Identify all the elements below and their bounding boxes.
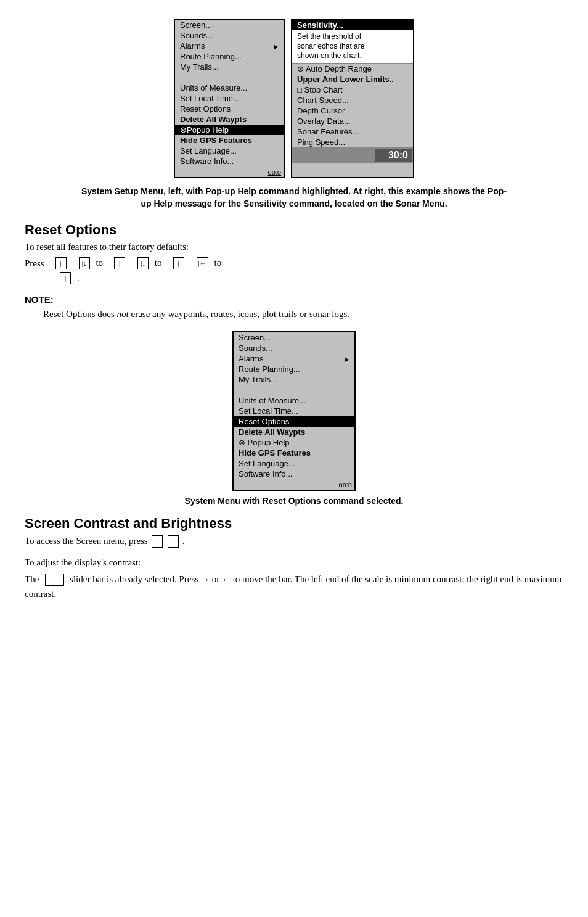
press-line-2: | . bbox=[25, 272, 563, 284]
key-down-to-1: |↓ to bbox=[78, 257, 103, 269]
key-pipe-3: | bbox=[173, 257, 184, 269]
reset-intro: To reset all features to their factory d… bbox=[25, 242, 563, 252]
access-text: To access the Screen menu, press bbox=[25, 536, 148, 546]
menu-item-units[interactable]: Units of Measure... bbox=[175, 83, 284, 93]
sonar-limits[interactable]: Upper And Lower Limits.. bbox=[292, 74, 413, 84]
menu-item-hide-gps[interactable]: Hide GPS Features bbox=[175, 135, 284, 146]
right-sonar-menu: Sensitivity... Set the threshold ofsonar… bbox=[291, 19, 414, 178]
sonar-features[interactable]: Sonar Features... bbox=[292, 126, 413, 137]
menu-item-reset[interactable]: Reset Options bbox=[175, 104, 284, 114]
right-arrow-sym: → bbox=[201, 575, 210, 584]
sonar-overlay[interactable]: Overlay Data... bbox=[292, 116, 413, 126]
access-key-pipe-2: | bbox=[168, 535, 179, 548]
slider-description: The slider bar is already selected. Pres… bbox=[25, 572, 563, 601]
menu-item-route[interactable]: Route Planning... bbox=[175, 51, 284, 62]
key-left-to: |← to bbox=[195, 257, 222, 269]
key-down-1: |↓ bbox=[79, 257, 90, 269]
left-arrow-sym: ← bbox=[222, 575, 231, 584]
key-pipe-1: | bbox=[55, 257, 67, 269]
top-caption-text: System Setup Menu, left, with Pop-up Hel… bbox=[81, 186, 507, 208]
second-system-menu: Screen... Sounds... Alarms Route Plannin… bbox=[232, 331, 356, 491]
menu-item-sounds[interactable]: Sounds... bbox=[175, 30, 284, 41]
key-pipe-extra: | bbox=[60, 272, 71, 284]
menu-item-popup-help[interactable]: ⊗Popup Help bbox=[175, 125, 284, 135]
to-label-1: to bbox=[96, 258, 103, 268]
key-down-to-2: |↓ to bbox=[136, 257, 161, 269]
menu-item-language[interactable]: Set Language... bbox=[175, 146, 284, 156]
sonar-chart-speed[interactable]: Chart Speed... bbox=[292, 95, 413, 105]
menu2-localtime[interactable]: Set Local Time... bbox=[234, 406, 354, 416]
sonar-description: Set the threshold ofsonar echos that are… bbox=[292, 30, 413, 64]
menu-item-delete[interactable]: Delete All Waypts bbox=[175, 114, 284, 125]
key-pipe-2: | bbox=[114, 257, 125, 269]
second-menu-caption: System Menu with Reset Options command s… bbox=[25, 496, 563, 506]
menu2-language[interactable]: Set Language... bbox=[234, 458, 354, 469]
top-menus-section: Screen... Sounds... Alarms Route Plannin… bbox=[25, 19, 563, 178]
menu2-delete[interactable]: Delete All Waypts bbox=[234, 427, 354, 437]
menu-item-localtime[interactable]: Set Local Time... bbox=[175, 93, 284, 104]
to-label-2: to bbox=[155, 258, 162, 268]
menu-footer-left: oo:o bbox=[268, 168, 281, 176]
sonar-auto-depth[interactable]: ⊗ Auto Depth Range bbox=[292, 64, 413, 74]
menu-item-alarms[interactable]: Alarms bbox=[175, 41, 284, 51]
top-caption: System Setup Menu, left, with Pop-up Hel… bbox=[78, 186, 510, 210]
reset-options-heading: Reset Options bbox=[25, 222, 563, 238]
access-screen-line: To access the Screen menu, press | | . bbox=[25, 535, 563, 548]
adjust-contrast-text: To adjust the display's contrast: bbox=[25, 557, 563, 568]
sonar-header: Sensitivity... bbox=[292, 20, 413, 30]
to-label-3: to bbox=[214, 258, 221, 268]
menu-item-screen[interactable]: Screen... bbox=[175, 20, 284, 30]
slider-key bbox=[45, 574, 64, 586]
key-left: |← bbox=[197, 257, 208, 269]
press-instruction-row: Press | |↓ to | |↓ to | |← to bbox=[25, 257, 563, 269]
menu2-reset[interactable]: Reset Options bbox=[234, 416, 354, 427]
menu2-screen[interactable]: Screen... bbox=[234, 332, 354, 343]
menu2-popup[interactable]: ⊗ Popup Help bbox=[234, 437, 354, 448]
sonar-bottom-bar: 30:0 bbox=[292, 147, 413, 163]
sonar-ping[interactable]: Ping Speed... bbox=[292, 137, 413, 147]
menu2-alarms[interactable]: Alarms bbox=[234, 353, 354, 364]
sonar-stop-chart[interactable]: □ Stop Chart bbox=[292, 84, 413, 95]
menu-item-software[interactable]: Software Info... bbox=[175, 156, 284, 167]
menu2-trails[interactable]: My Trails... bbox=[234, 374, 354, 385]
sonar-depth-display: 30:0 bbox=[375, 149, 412, 162]
menu2-software[interactable]: Software Info... bbox=[234, 469, 354, 479]
menu-item-trails[interactable]: My Trails... bbox=[175, 62, 284, 72]
menu2-footer: oo:o bbox=[339, 481, 352, 488]
left-system-menu: Screen... Sounds... Alarms Route Plannin… bbox=[174, 19, 285, 178]
note-body: Reset Options does not erase any waypoin… bbox=[25, 307, 563, 321]
second-menu-wrap: Screen... Sounds... Alarms Route Plannin… bbox=[25, 331, 563, 491]
access-key-pipe-1: | bbox=[152, 535, 163, 548]
key-down-2: |↓ bbox=[137, 257, 149, 269]
menu2-route[interactable]: Route Planning... bbox=[234, 364, 354, 374]
press-label: Press bbox=[25, 258, 44, 269]
menu2-hide-gps[interactable]: Hide GPS Features bbox=[234, 448, 354, 458]
note-heading: NOTE: bbox=[25, 294, 563, 305]
screen-contrast-heading: Screen Contrast and Brightness bbox=[25, 516, 563, 532]
sonar-depth-cursor[interactable]: Depth Cursor bbox=[292, 105, 413, 116]
menu-item-hidden: xxxxxxx bbox=[175, 72, 284, 83]
menu2-units[interactable]: Units of Measure... bbox=[234, 395, 354, 406]
access-period: . bbox=[182, 536, 185, 546]
menu2-sounds[interactable]: Sounds... bbox=[234, 343, 354, 353]
